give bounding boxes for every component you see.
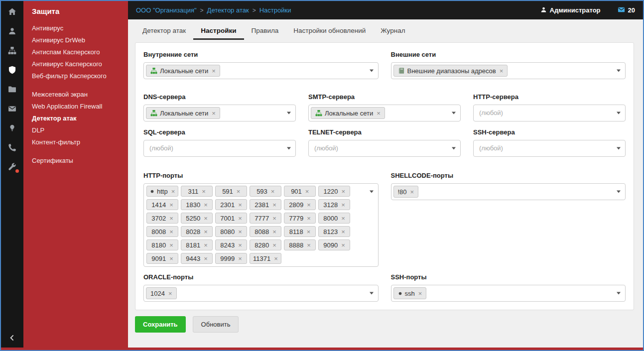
remove-tag-icon[interactable]: × [272, 202, 276, 208]
multiselect-http-servers[interactable]: (любой) [473, 105, 626, 121]
multiselect-telnet-servers[interactable]: (любой) [308, 140, 461, 157]
multiselect-ssh-servers[interactable]: (любой) [473, 140, 626, 157]
remove-tag-icon[interactable]: × [171, 188, 175, 195]
sidebar-item-firewall[interactable]: Межсетевой экран [32, 89, 124, 101]
dropdown-caret-icon[interactable] [617, 70, 621, 72]
messages-indicator[interactable]: 20 [618, 6, 635, 15]
shield-icon [8, 66, 16, 74]
remove-tag-icon[interactable]: × [377, 110, 381, 117]
multiselect-ssh-ports[interactable]: ssh× [391, 285, 626, 302]
sidebar-item-antivirus[interactable]: Антивирус [32, 22, 124, 34]
remove-tag-icon[interactable]: × [204, 202, 208, 208]
iconbar-item-protection[interactable] [1, 60, 23, 80]
iconbar-item-users[interactable] [1, 21, 23, 41]
remove-tag-icon[interactable]: × [169, 215, 173, 222]
multiselect-smtp-servers[interactable]: Локальные сети× [308, 105, 461, 121]
refresh-button[interactable]: Обновить [193, 316, 239, 333]
remove-tag-icon[interactable]: × [341, 215, 345, 222]
dropdown-caret-icon[interactable] [617, 191, 621, 193]
sidebar-item-antispam-kaspersky[interactable]: Антиспам Касперского [32, 46, 124, 58]
remove-tag-icon[interactable]: × [272, 229, 276, 235]
remove-tag-icon[interactable]: × [212, 68, 216, 74]
dropdown-caret-icon[interactable] [617, 292, 621, 295]
sidebar-item-dlp[interactable]: DLP [32, 124, 124, 136]
dropdown-caret-icon[interactable] [370, 191, 374, 193]
sidebar-item-content-filter[interactable]: Контент-фильтр [32, 136, 124, 148]
iconbar-item-files[interactable] [1, 80, 23, 99]
remove-tag-icon[interactable]: × [204, 229, 208, 235]
user-menu[interactable]: Администратор [540, 6, 601, 14]
remove-tag-icon[interactable]: × [307, 215, 311, 222]
save-button[interactable]: Сохранить [135, 316, 186, 333]
multiselect-shellcode-ports[interactable]: !80× [391, 183, 626, 200]
sidebar-item-certificates[interactable]: Сертификаты [32, 155, 124, 167]
dropdown-caret-icon[interactable] [452, 147, 456, 150]
iconbar-item-home[interactable] [1, 2, 23, 21]
multiselect-internal-networks[interactable]: Локальные сети× [143, 62, 379, 79]
remove-tag-icon[interactable]: × [307, 202, 311, 208]
remove-tag-icon[interactable]: × [307, 229, 311, 235]
multiselect-http-ports[interactable]: http×311×591×593×901×1220×1414×1830×2301… [143, 183, 379, 267]
remove-tag-icon[interactable]: × [169, 242, 173, 248]
dropdown-caret-icon[interactable] [617, 112, 621, 115]
sidebar-item-antivirus-kaspersky[interactable]: Антивирус Касперского [32, 58, 124, 70]
sidebar-item-attack-detector[interactable]: Детектор атак [32, 113, 124, 124]
remove-tag-icon[interactable]: × [238, 202, 242, 208]
tab-rules[interactable]: Правила [244, 21, 286, 40]
remove-tag-icon[interactable]: × [410, 189, 414, 195]
tab-journal[interactable]: Журнал [373, 21, 412, 40]
remove-tag-icon[interactable]: × [307, 242, 311, 248]
sidebar-item-antivirus-drweb[interactable]: Антивирус DrWeb [32, 34, 124, 46]
remove-tag-icon[interactable]: × [500, 68, 504, 74]
remove-tag-icon[interactable]: × [238, 229, 242, 235]
remove-tag-icon[interactable]: × [341, 242, 345, 248]
remove-tag-icon[interactable]: × [168, 290, 172, 297]
dropdown-caret-icon[interactable] [287, 147, 291, 150]
multiselect-oracle-ports[interactable]: 1024× [143, 285, 379, 302]
tab-settings[interactable]: Настройки [193, 21, 244, 40]
remove-tag-icon[interactable]: × [169, 255, 173, 262]
iconbar-item-mail[interactable] [1, 99, 23, 118]
breadcrumb-link[interactable]: Настройки [259, 6, 291, 14]
remove-tag-icon[interactable]: × [204, 255, 208, 262]
dropdown-caret-icon[interactable] [287, 112, 291, 115]
remove-tag-icon[interactable]: × [169, 202, 173, 208]
sidebar-item-waf[interactable]: Web Application Firewall [32, 101, 124, 113]
remove-tag-icon[interactable]: × [418, 290, 422, 297]
remove-tag-icon[interactable]: × [204, 215, 208, 222]
remove-tag-icon[interactable]: × [341, 229, 345, 235]
remove-tag-icon[interactable]: × [204, 242, 208, 248]
breadcrumb-link[interactable]: ООО "Организация" [136, 6, 197, 14]
iconbar-item-monitoring[interactable] [1, 118, 23, 138]
remove-tag-icon[interactable]: × [341, 202, 345, 208]
dropdown-caret-icon[interactable] [452, 112, 456, 115]
breadcrumb-link[interactable]: Детектор атак [207, 6, 249, 14]
remove-tag-icon[interactable]: × [212, 110, 216, 117]
tab-update-settings[interactable]: Настройки обновлений [286, 21, 373, 40]
remove-tag-icon[interactable]: × [202, 188, 206, 195]
remove-tag-icon[interactable]: × [238, 255, 242, 262]
multiselect-external-networks[interactable]: Внешние диапазоны адресов× [391, 62, 626, 79]
tab-attack-detector[interactable]: Детектор атак [135, 21, 193, 40]
dropdown-caret-icon[interactable] [617, 147, 621, 150]
remove-tag-icon[interactable]: × [274, 255, 278, 262]
dropdown-caret-icon[interactable] [370, 292, 374, 295]
folder-icon [8, 85, 16, 94]
remove-tag-icon[interactable]: × [238, 215, 242, 222]
remove-tag-icon[interactable]: × [169, 229, 173, 235]
sidebar-collapse-button[interactable] [1, 331, 23, 344]
remove-tag-icon[interactable]: × [272, 242, 276, 248]
iconbar-item-telephony[interactable] [1, 138, 23, 157]
remove-tag-icon[interactable]: × [341, 188, 345, 195]
remove-tag-icon[interactable]: × [305, 188, 309, 195]
remove-tag-icon[interactable]: × [272, 215, 276, 222]
dropdown-caret-icon[interactable] [370, 70, 374, 72]
sidebar-item-webfilter-kaspersky[interactable]: Веб-фильтр Касперского [32, 70, 124, 82]
multiselect-sql-servers[interactable]: (любой) [143, 140, 296, 157]
multiselect-dns-servers[interactable]: Локальные сети× [143, 105, 296, 121]
iconbar-item-services[interactable] [1, 157, 23, 177]
remove-tag-icon[interactable]: × [271, 188, 275, 195]
iconbar-item-network[interactable] [1, 41, 23, 60]
remove-tag-icon[interactable]: × [238, 242, 242, 248]
remove-tag-icon[interactable]: × [237, 188, 241, 195]
